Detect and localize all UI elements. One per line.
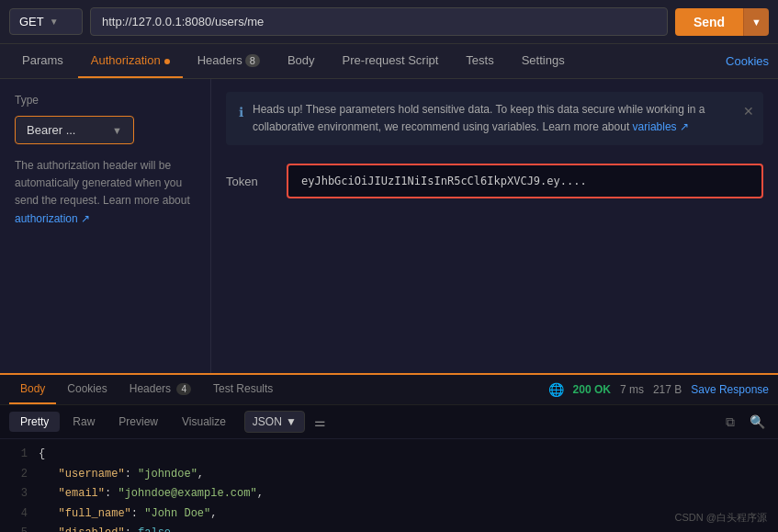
- tab-prerequest[interactable]: Pre-request Script: [330, 44, 452, 78]
- resp-headers-badge: 4: [176, 383, 191, 395]
- bearer-chevron: ▼: [112, 125, 122, 136]
- send-button[interactable]: Send: [675, 8, 743, 36]
- search-icon[interactable]: 🔍: [746, 413, 769, 432]
- info-banner-close[interactable]: ✕: [743, 101, 754, 121]
- response-tab-bar: Body Cookies Headers 4 Test Results 🌐 20…: [0, 375, 778, 405]
- format-type-select[interactable]: JSON ▼: [244, 411, 305, 433]
- format-bar: Pretty Raw Preview Visualize JSON ▼ ⚌ ⧉ …: [0, 405, 778, 439]
- request-tab-bar: Params Authorization Headers8 Body Pre-r…: [0, 44, 778, 79]
- fmt-tab-raw[interactable]: Raw: [62, 412, 106, 432]
- tab-headers[interactable]: Headers8: [185, 44, 273, 78]
- token-label: Token: [226, 175, 272, 188]
- save-response-button[interactable]: Save Response: [691, 383, 769, 396]
- headers-badge: 8: [245, 54, 260, 67]
- code-area: 1 { 2 "username": "johndoe", 3 "email": …: [0, 439, 778, 532]
- tab-authorization[interactable]: Authorization: [78, 44, 183, 78]
- request-area: Type Bearer ... ▼ The authorization head…: [0, 79, 778, 373]
- format-type-chevron: ▼: [286, 415, 297, 428]
- authorization-link[interactable]: authorization ↗: [15, 212, 90, 225]
- info-icon: ℹ: [239, 102, 243, 136]
- resp-tab-cookies[interactable]: Cookies: [56, 375, 118, 404]
- bearer-label: Bearer ...: [27, 123, 75, 137]
- code-line-3: 3 "email": "johndoe@example.com",: [9, 484, 769, 504]
- resp-tab-test-results[interactable]: Test Results: [202, 375, 284, 404]
- auth-left-panel: Type Bearer ... ▼ The authorization head…: [0, 79, 211, 373]
- url-input[interactable]: [90, 7, 668, 36]
- method-label: GET: [19, 15, 44, 28]
- tab-settings[interactable]: Settings: [509, 44, 578, 78]
- type-label: Type: [15, 94, 196, 107]
- code-line-1: 1 {: [9, 445, 769, 465]
- code-line-5: 5 "disabled": false: [9, 524, 769, 532]
- format-icons-right: ⧉ 🔍: [722, 413, 769, 432]
- method-select[interactable]: GET ▼: [9, 8, 83, 35]
- fmt-tab-pretty[interactable]: Pretty: [9, 412, 60, 432]
- resp-tab-body[interactable]: Body: [9, 375, 56, 404]
- format-type-label: JSON: [253, 415, 282, 428]
- response-status: 🌐 200 OK 7 ms 217 B Save Response: [548, 382, 769, 397]
- status-ok: 200 OK: [573, 383, 611, 396]
- auth-description: The authorization header will be automat…: [15, 157, 196, 228]
- fmt-tab-preview[interactable]: Preview: [107, 412, 169, 432]
- fmt-tab-visualize[interactable]: Visualize: [171, 412, 237, 432]
- info-banner: ℹ Heads up! These parameters hold sensit…: [226, 92, 763, 145]
- top-bar: GET ▼ Send ▼: [0, 0, 778, 44]
- response-time: 7 ms: [620, 383, 644, 396]
- send-button-group: Send ▼: [675, 8, 769, 36]
- send-dropdown-button[interactable]: ▼: [743, 8, 769, 36]
- code-line-4: 4 "full_name": "John Doe",: [9, 504, 769, 525]
- code-line-2: 2 "username": "johndoe",: [9, 465, 769, 485]
- auth-right-panel: ℹ Heads up! These parameters hold sensit…: [211, 79, 778, 373]
- method-chevron: ▼: [50, 17, 59, 27]
- copy-icon[interactable]: ⧉: [722, 413, 739, 432]
- token-row: Token: [226, 164, 763, 198]
- info-text: Heads up! These parameters hold sensitiv…: [253, 101, 750, 136]
- tab-cookies[interactable]: Cookies: [726, 45, 769, 77]
- tab-tests[interactable]: Tests: [453, 44, 506, 78]
- response-size: 217 B: [653, 383, 682, 396]
- globe-icon: 🌐: [548, 382, 564, 397]
- variables-link[interactable]: variables ↗: [633, 120, 689, 133]
- tab-body[interactable]: Body: [275, 44, 328, 78]
- bearer-select[interactable]: Bearer ... ▼: [15, 116, 134, 144]
- authorization-dot: [164, 59, 170, 64]
- response-area: Body Cookies Headers 4 Test Results 🌐 20…: [0, 373, 778, 532]
- token-input[interactable]: [287, 164, 763, 198]
- tab-params[interactable]: Params: [9, 44, 76, 78]
- filter-icon[interactable]: ⚌: [314, 414, 326, 429]
- resp-tab-headers[interactable]: Headers 4: [118, 375, 202, 404]
